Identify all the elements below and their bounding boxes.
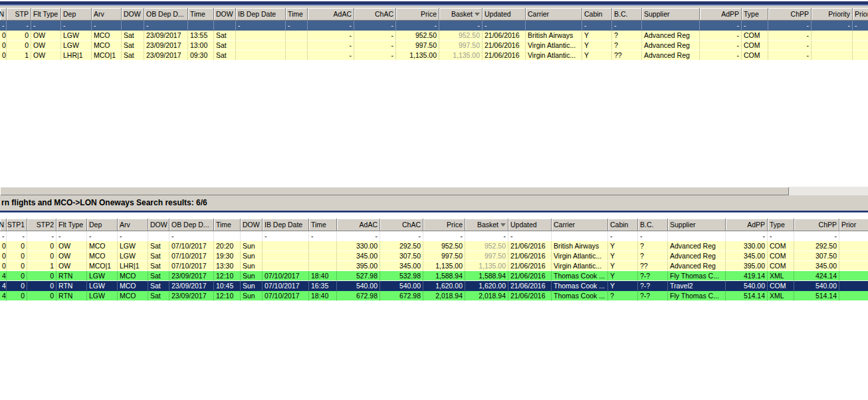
column-header-chpp[interactable]: ChPP (768, 8, 812, 21)
table-row[interactable]: 01OWLHR|1MCO|1Sat23/09/201709:30Sat--1,1… (0, 50, 868, 60)
column-header-n[interactable]: N (0, 219, 7, 231)
column-header-basket[interactable]: Basket (465, 219, 508, 231)
column-header-price[interactable]: Price (423, 219, 465, 231)
column-header-carrier[interactable]: Carrier (552, 219, 608, 231)
column-header-carrier[interactable]: Carrier (526, 8, 582, 21)
grid-cell (552, 231, 608, 241)
table-row[interactable]: -------------------- (0, 21, 868, 31)
scrollbar-thumb[interactable] (0, 187, 789, 195)
column-header-type[interactable]: Type (768, 219, 794, 231)
column-header-flt-type[interactable]: Flt Type (56, 219, 87, 231)
grid-cell: 527.98 (337, 271, 380, 281)
column-header-dep[interactable]: Dep (87, 219, 118, 231)
column-header-supplier[interactable]: Supplier (668, 219, 726, 231)
grid-cell: - (27, 231, 56, 241)
column-header-adac[interactable]: AdAC (337, 219, 380, 231)
grid-cell: LGW (87, 291, 118, 301)
column-header-label: DOW (150, 221, 167, 229)
grid-cell: 1,135.00 (439, 50, 483, 60)
column-header-time[interactable]: Time (286, 8, 308, 21)
grid-cell: Sat (214, 41, 236, 50)
column-header-ib-dep-date[interactable]: IB Dep Date (263, 219, 309, 231)
grid-cell: Sat (148, 271, 169, 281)
grid-cell: 2,018.94 (465, 291, 508, 301)
grid-cell: LGW (118, 251, 148, 261)
column-header-time[interactable]: Time (214, 219, 241, 231)
column-header-chac[interactable]: ChAC (380, 219, 423, 231)
column-header-label: Basket (451, 10, 473, 18)
grid-cell: Thomas Cook ... (552, 271, 608, 281)
grid-cell: 21/06/2016 (483, 31, 526, 41)
column-header-ob-dep-d[interactable]: OB Dep D... (144, 8, 188, 21)
horizontal-scrollbar[interactable] (0, 187, 868, 195)
return-oneways-results-grid: NSTP1STP2Flt TypeDepArvDOWOB Dep D...Tim… (0, 219, 868, 302)
column-header-dep[interactable]: Dep (61, 8, 92, 21)
column-header-stp2[interactable]: STP2 (27, 219, 56, 231)
grid-cell: Sun (241, 241, 263, 251)
grid-cell: 23/09/2017 (169, 291, 214, 301)
column-header-cabin[interactable]: Cabin (582, 8, 612, 21)
grid-cell: 4 (0, 271, 7, 281)
column-header-b-c[interactable]: B.C. (638, 219, 668, 231)
column-header-time[interactable]: Time (188, 8, 214, 21)
grid-cell: 292.50 (380, 241, 423, 251)
table-row[interactable]: ------------------- (0, 231, 868, 241)
grid-cell: XML (768, 271, 794, 281)
column-header-stp1[interactable]: STP1 (7, 219, 27, 231)
column-header-label: Carrier (528, 10, 549, 18)
column-header-flt-type[interactable]: Flt Type (31, 8, 61, 21)
column-header-basket[interactable]: Basket (439, 8, 483, 21)
column-header-dow[interactable]: DOW (241, 219, 263, 231)
column-header-b-c[interactable]: B.C. (612, 8, 642, 21)
column-header-label: OB Dep D... (171, 221, 209, 229)
grid-cell: OW (31, 50, 61, 60)
column-header-adac[interactable]: AdAC (308, 8, 354, 21)
column-header-adpp[interactable]: AdPP (700, 8, 742, 21)
column-header-dow[interactable]: DOW (148, 219, 169, 231)
column-header-type[interactable]: Type (742, 8, 768, 21)
grid-cell: 4 (0, 291, 7, 301)
column-header-price[interactable]: Price (396, 8, 439, 21)
table-row[interactable]: 400RTNLGWMCOSat23/09/201710:45Sun07/10/2… (0, 281, 868, 291)
grid-cell (241, 231, 263, 241)
column-header-prior[interactable]: Prior (839, 219, 868, 231)
table-row[interactable]: 001OWMCO|1LHR|1Sat07/10/201713:30Sun395.… (0, 261, 868, 271)
grid-cell (839, 251, 868, 261)
grid-cell: MCO (118, 281, 148, 291)
grid-cell: LGW (61, 31, 92, 41)
column-header-chpp[interactable]: ChPP (794, 219, 839, 231)
column-header-arv[interactable]: Arv (92, 8, 122, 21)
table-row[interactable]: 00OWLGWMCOSat23/09/201713:00Sat--997.509… (0, 41, 868, 50)
table-row[interactable]: 000OWMCOLGWSat07/10/201720:20Sun330.0029… (0, 241, 868, 251)
grid-cell: 0 (7, 281, 27, 291)
column-header-ob-dep-d[interactable]: OB Dep D... (169, 219, 214, 231)
column-header-dow[interactable]: DOW (214, 8, 236, 21)
column-header-stp[interactable]: STP (7, 8, 31, 21)
column-header-adpp[interactable]: AdPP (726, 219, 768, 231)
grid-cell: OW (56, 261, 87, 271)
column-header-cabin[interactable]: Cabin (608, 219, 638, 231)
column-header-chac[interactable]: ChAC (354, 8, 396, 21)
column-header-label: B.C. (640, 221, 653, 229)
grid-cell: Sat (148, 241, 169, 251)
column-header-ib-dep-date[interactable]: IB Dep Date (236, 8, 286, 21)
column-header-priority[interactable]: Priority (812, 8, 853, 21)
grid-cell: MCO (118, 291, 148, 301)
table-row[interactable]: 000OWMCOLGWSat07/10/201719:30Sun345.0030… (0, 251, 868, 261)
column-header-updated[interactable]: Updated (508, 219, 552, 231)
column-header-updated[interactable]: Updated (483, 8, 526, 21)
table-row[interactable]: 00OWLGWMCOSat23/09/201713:55Sat--952.509… (0, 31, 868, 41)
column-header-n[interactable]: N (0, 8, 7, 21)
grid-cell: Sun (241, 251, 263, 261)
grid-cell: 0 (7, 271, 27, 281)
column-header-time[interactable]: Time (309, 219, 337, 231)
column-header-priority[interactable]: Priority (853, 8, 868, 21)
column-header-dow[interactable]: DOW (122, 8, 144, 21)
table-row[interactable]: 400RTNLGWMCOSat23/09/201712:10Sun07/10/2… (0, 271, 868, 281)
grid-cell: MCO (92, 31, 122, 41)
table-row[interactable]: 400RTNLGWMCOSat23/09/201712:10Sun07/10/2… (0, 291, 868, 301)
grid-cell: - (354, 41, 396, 50)
column-header-supplier[interactable]: Supplier (642, 8, 700, 21)
grid-cell: Y (608, 251, 638, 261)
column-header-arv[interactable]: Arv (118, 219, 148, 231)
